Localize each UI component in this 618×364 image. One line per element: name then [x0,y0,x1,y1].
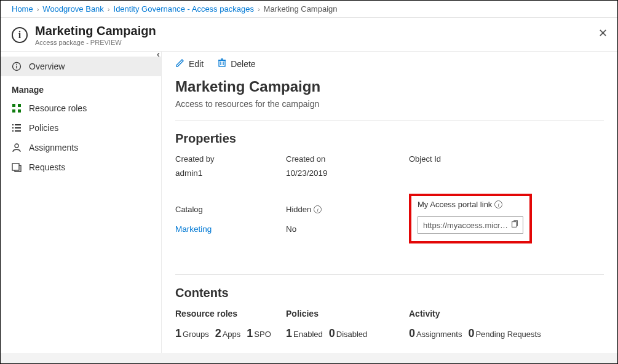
value-hidden: No [286,224,409,244]
sidebar-item-resource-roles[interactable]: Resource roles [1,98,161,118]
label-portal-link: My Access portal link i [418,200,523,209]
grid-icon [12,103,22,113]
portal-link-highlight: My Access portal link i https://myaccess… [409,194,532,243]
sidebar-item-requests[interactable]: Requests [1,157,161,177]
value-catalog[interactable]: Marketing [175,224,286,244]
close-button[interactable]: ✕ [598,26,608,40]
value-created-by: admin1 [175,168,286,178]
svg-rect-16 [512,221,517,227]
label-created-on: Created on [286,154,409,164]
svg-rect-4 [18,104,21,107]
svg-rect-12 [15,130,21,132]
trash-icon [217,58,227,69]
pencil-icon [175,58,185,69]
counts-policies: 1Enabled 0Disabled [286,327,409,340]
breadcrumb-home[interactable]: Home [12,4,33,14]
content-description: Access to resources for the campaign [175,99,604,109]
properties-grid: Created by Created on Object Id admin1 1… [175,154,604,243]
sidebar-item-overview[interactable]: Overview [1,57,161,76]
person-icon [12,143,22,152]
column-resource-roles: Resource roles [175,309,286,318]
info-icon [12,61,22,71]
svg-point-2 [16,64,17,65]
breadcrumb-current: Marketing Campaign [264,4,338,14]
requests-icon [12,162,22,172]
sidebar-item-policies[interactable]: Policies [1,118,161,138]
label-object-id: Object Id [409,154,532,164]
svg-rect-1 [16,66,17,69]
divider [175,274,604,275]
counts-activity: 0Assignments 0Pending Requests [409,327,569,340]
sidebar-item-label: Policies [29,123,58,133]
breadcrumb-woodgrove[interactable]: Woodgrove Bank [42,4,104,14]
chevron-double-left-icon: ‹‹ [157,49,157,59]
breadcrumb-governance[interactable]: Identity Governance - Access packages [114,4,254,14]
copy-icon [510,220,519,231]
svg-rect-5 [12,109,15,113]
svg-rect-6 [18,109,21,113]
sidebar-item-label: Overview [29,61,65,71]
page-header: i Marketing Campaign Access package - PR… [1,18,617,52]
chevron-right-icon: › [258,6,260,13]
info-icon[interactable]: i [314,205,322,213]
horizontal-scrollbar[interactable] [1,353,617,363]
collapse-sidebar-button[interactable]: ‹‹ [157,49,157,59]
main-content: Edit Delete Marketing Campaign Access to… [162,52,617,364]
contents-grid: Resource roles Policies Activity 1Groups… [175,309,604,340]
chevron-right-icon: › [37,6,39,13]
svg-rect-3 [12,104,15,107]
contents-heading: Contents [175,286,604,300]
label-created-by: Created by [175,154,286,164]
column-activity: Activity [409,309,569,318]
page-subtitle: Access package - PREVIEW [35,39,156,46]
breadcrumb: Home › Woodgrove Bank › Identity Governa… [1,1,617,18]
sidebar-item-label: Requests [29,162,65,172]
info-icon[interactable]: i [494,200,502,208]
svg-rect-14 [12,164,19,170]
svg-rect-9 [12,127,14,129]
label-catalog: Catalog [175,200,286,220]
svg-rect-7 [12,124,14,125]
svg-rect-15 [219,60,225,66]
sidebar-item-label: Assignments [29,143,78,152]
portal-link-value: https://myaccess.micro... [423,221,510,230]
delete-button[interactable]: Delete [217,58,255,69]
sidebar: ‹‹ Overview Manage Resource roles Polici… [1,52,162,364]
copy-button[interactable] [510,220,519,231]
sidebar-item-label: Resource roles [29,103,87,113]
divider [175,120,604,121]
properties-heading: Properties [175,132,604,146]
label-hidden: Hidden i [286,200,409,220]
list-icon [12,123,22,133]
button-label: Edit [189,59,204,69]
column-policies: Policies [286,309,409,318]
sidebar-heading-manage: Manage [1,76,161,98]
sidebar-item-assignments[interactable]: Assignments [1,138,161,157]
toolbar: Edit Delete [162,52,617,76]
value-object-id [409,168,532,178]
close-icon: ✕ [598,27,608,39]
svg-rect-8 [15,124,21,125]
svg-point-13 [15,144,18,148]
chevron-right-icon: › [108,6,110,13]
page-title: Marketing Campaign [35,24,156,38]
info-icon: i [12,27,28,43]
button-label: Delete [231,59,255,69]
content-title: Marketing Campaign [175,78,604,95]
svg-rect-10 [15,127,21,129]
portal-link-field[interactable]: https://myaccess.micro... [418,216,523,234]
svg-rect-11 [12,130,14,132]
value-created-on: 10/23/2019 [286,168,409,178]
edit-button[interactable]: Edit [175,58,204,69]
counts-resource-roles: 1Groups 2Apps 1SPO [175,327,286,340]
